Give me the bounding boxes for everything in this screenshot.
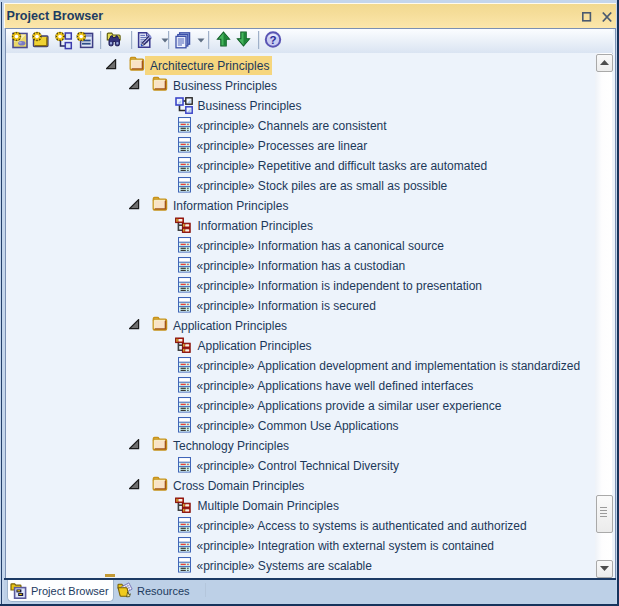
svg-text:?: ? [269, 34, 276, 46]
